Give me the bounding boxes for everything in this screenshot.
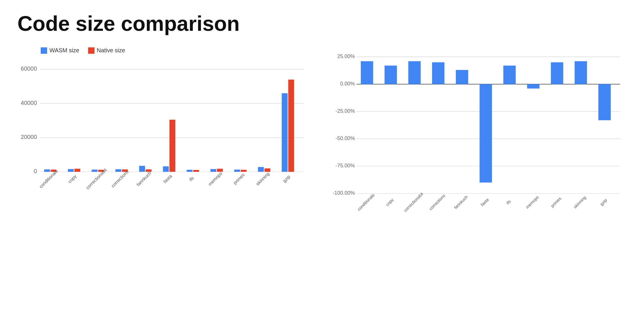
charts-container: WASM size Native size 60000 40000 20000 … [17,47,627,230]
bar-wasm-copy [68,169,74,172]
chart1-legend: WASM size Native size [41,47,311,54]
chart1-area: 60000 40000 20000 0 conditionals copy [17,60,311,230]
bar-native-ifs [193,170,199,172]
svg-text:0.00%: 0.00% [340,81,355,87]
bar-pct-primes [551,62,563,84]
svg-text:memops: memops [207,171,223,187]
bar-pct-fannkuch [456,70,468,84]
bar-wasm-corrections64 [92,170,97,172]
svg-text:corrections: corrections [428,193,446,211]
bar-pct-skinning [575,61,587,84]
bar-native-primes [241,170,247,172]
bar-wasm-fannkuch [139,166,145,172]
svg-text:skinning: skinning [572,195,587,209]
svg-text:primes: primes [550,196,562,208]
chart2-wrapper: 25.00% 0.00% -25.00% -50.00% -75.00% -10… [334,47,627,230]
legend-wasm-label: WASM size [49,47,79,54]
bar-wasm-skinning [258,167,264,172]
svg-text:primes: primes [232,172,245,185]
bar-pct-ifs [503,66,516,84]
chart1-svg: 60000 40000 20000 0 conditionals copy [17,60,311,229]
chart2-area: 25.00% 0.00% -25.00% -50.00% -75.00% -10… [334,47,627,230]
svg-text:60000: 60000 [21,65,37,72]
svg-text:copy: copy [67,173,78,184]
bar-wasm-ifs [187,170,192,172]
bar-wasm-corrections [115,169,121,172]
bar-pct-memops [527,84,539,89]
bar-native-fasta [170,120,175,172]
legend-wasm: WASM size [41,47,79,54]
svg-text:-75.00%: -75.00% [336,163,355,169]
svg-text:-100.00%: -100.00% [333,190,355,196]
svg-text:corrections: corrections [110,169,129,188]
svg-text:fannkuch: fannkuch [453,194,468,210]
bar-pct-conditionals [361,61,373,84]
bar-pct-gzip [598,84,611,120]
bar-pct-corrections [432,62,445,84]
bar-wasm-memops [210,169,216,172]
svg-text:0: 0 [34,168,37,174]
svg-text:memops: memops [525,195,540,210]
chart1-wrapper: WASM size Native size 60000 40000 20000 … [17,47,311,230]
svg-text:fasta: fasta [480,197,490,207]
svg-text:ifs: ifs [188,176,195,182]
page-title: Code size comparison [17,12,627,35]
chart2-svg: 25.00% 0.00% -25.00% -50.00% -75.00% -10… [334,47,627,229]
bar-pct-copy [384,66,397,84]
svg-text:-50.00%: -50.00% [336,135,355,141]
bar-wasm-conditionals [44,169,50,172]
svg-text:gzip: gzip [599,198,608,207]
svg-text:fasta: fasta [163,173,173,184]
bar-native-gzip [288,80,294,172]
legend-native: Native size [88,47,125,54]
legend-native-label: Native size [97,47,125,54]
svg-text:conditionals: conditionals [356,193,375,212]
svg-text:20000: 20000 [21,134,37,140]
svg-text:-25.00%: -25.00% [336,108,355,114]
legend-native-box [88,47,94,54]
bar-native-copy [74,169,80,172]
bar-wasm-primes [234,170,240,172]
bar-wasm-fasta [163,166,169,172]
svg-text:corrections64: corrections64 [403,191,424,213]
svg-text:fannkuch: fannkuch [135,171,152,187]
bar-wasm-gzip [282,93,288,172]
bar-pct-corrections64 [408,61,421,84]
legend-wasm-box [41,47,47,54]
bar-native-skinning [265,168,270,172]
bar-pct-fasta [479,84,492,183]
svg-text:skinning: skinning [255,171,270,187]
svg-text:copy: copy [385,197,395,207]
svg-text:25.00%: 25.00% [337,53,355,59]
svg-text:gzip: gzip [282,174,291,184]
svg-text:ifs: ifs [505,199,512,205]
svg-text:40000: 40000 [21,100,37,106]
